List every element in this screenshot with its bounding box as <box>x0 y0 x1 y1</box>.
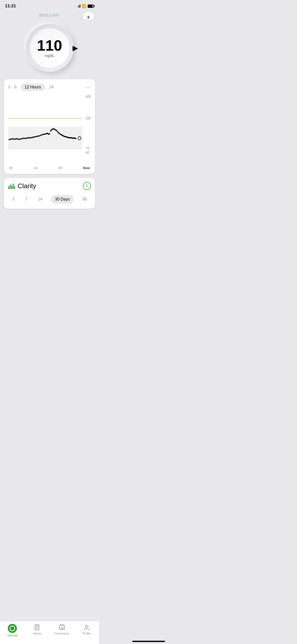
svg-point-26 <box>37 136 38 137</box>
x-label-00: 00 <box>9 166 13 170</box>
svg-point-51 <box>63 135 63 136</box>
clarity-card: Clarity i 3 7 14 30 Days 90 <box>4 178 95 209</box>
svg-point-40 <box>52 129 53 130</box>
svg-point-13 <box>21 138 22 139</box>
svg-point-53 <box>65 136 65 137</box>
glucose-circle-outer: 110 mg/dL ▶ <box>26 24 74 72</box>
svg-point-38 <box>50 131 51 131</box>
svg-point-29 <box>41 135 41 136</box>
svg-point-50 <box>62 135 62 136</box>
glucose-circle-inner: 110 mg/dL <box>29 28 70 68</box>
svg-point-30 <box>42 134 43 135</box>
glucose-container: 110 mg/dL ▶ <box>0 19 99 79</box>
svg-point-52 <box>64 136 64 137</box>
day-option-7[interactable]: 7 <box>23 196 29 203</box>
svg-point-46 <box>58 132 59 133</box>
clarity-bars-icon <box>8 183 15 189</box>
battery-fill <box>88 5 92 7</box>
clarity-title: Clarity <box>18 182 36 190</box>
svg-point-63 <box>75 138 75 139</box>
signal-bar-2 <box>77 6 78 8</box>
day-option-14[interactable]: 14 <box>36 196 44 203</box>
svg-point-43 <box>55 130 56 130</box>
svg-point-14 <box>22 138 23 139</box>
svg-point-12 <box>20 139 21 139</box>
clarity-days-selector: 3 7 14 30 Days 90 <box>8 194 91 205</box>
time-option-3[interactable]: 3 <box>8 85 10 89</box>
bar-5 <box>14 186 15 189</box>
svg-point-37 <box>49 134 50 134</box>
svg-point-35 <box>47 133 48 134</box>
day-option-3[interactable]: 3 <box>10 196 16 203</box>
signal-bar-1 <box>76 7 77 8</box>
svg-point-41 <box>53 128 54 129</box>
svg-point-4 <box>10 139 11 140</box>
signal-icon <box>76 5 80 8</box>
svg-point-31 <box>43 134 44 135</box>
bar-2 <box>10 184 11 189</box>
chart-x-axis: 00 04 08 Now <box>8 165 91 170</box>
svg-point-32 <box>44 134 45 135</box>
glucose-chart: -400 -250 -70 -40 <box>8 94 91 165</box>
svg-point-55 <box>67 137 68 138</box>
svg-point-27 <box>38 136 39 136</box>
svg-point-44 <box>56 130 57 131</box>
svg-point-19 <box>28 137 29 138</box>
svg-point-22 <box>32 137 33 138</box>
time-option-12[interactable]: 12 Hours <box>21 83 45 91</box>
svg-point-21 <box>31 137 31 138</box>
svg-point-58 <box>70 138 70 138</box>
svg-text:-70: -70 <box>85 146 89 150</box>
svg-point-24 <box>35 137 35 137</box>
svg-text:-250: -250 <box>85 116 91 120</box>
svg-point-60 <box>72 138 72 138</box>
svg-point-39 <box>51 130 52 130</box>
dexcom-logo: DEXCOM <box>39 13 60 18</box>
glucose-value: 110 <box>37 38 62 53</box>
svg-point-28 <box>39 135 40 136</box>
x-label-04: 04 <box>34 166 37 170</box>
bar-3 <box>11 185 12 189</box>
svg-point-6 <box>13 138 13 139</box>
svg-text:-400: -400 <box>85 94 91 99</box>
bar-1 <box>8 186 9 189</box>
svg-point-16 <box>25 138 25 139</box>
svg-point-47 <box>59 133 60 134</box>
time-option-24[interactable]: 24 <box>49 85 54 89</box>
status-bar: 11:21 📶 <box>0 0 99 11</box>
status-time: 11:21 <box>5 4 16 9</box>
svg-point-10 <box>17 139 18 139</box>
glucose-unit: mg/dL <box>45 54 54 58</box>
svg-point-25 <box>36 136 37 137</box>
svg-point-57 <box>69 137 69 138</box>
x-label-08: 08 <box>58 166 62 170</box>
clarity-info-button[interactable]: i <box>83 182 91 190</box>
clarity-title-group: Clarity <box>8 182 36 190</box>
svg-point-7 <box>14 139 15 140</box>
chart-area: -400 -250 -70 -40 <box>8 94 91 165</box>
time-option-6[interactable]: 6 <box>14 85 17 89</box>
svg-point-56 <box>68 137 69 138</box>
svg-point-36 <box>48 134 49 135</box>
glucose-trend-arrow: ▶ <box>73 44 78 52</box>
svg-point-54 <box>66 137 67 137</box>
chart-more-button[interactable]: ··· <box>85 84 91 90</box>
day-option-30[interactable]: 30 Days <box>51 195 74 204</box>
clarity-header: Clarity i <box>8 182 91 190</box>
svg-point-15 <box>23 138 24 139</box>
svg-point-18 <box>27 138 28 138</box>
chart-card: 3 6 12 Hours 24 ··· <box>4 79 95 174</box>
battery-icon <box>88 5 94 8</box>
svg-point-20 <box>30 138 30 138</box>
signal-bar-3 <box>78 6 79 8</box>
svg-point-59 <box>71 137 71 138</box>
day-option-90[interactable]: 90 <box>80 196 89 203</box>
svg-text:-40: -40 <box>85 150 89 154</box>
svg-point-5 <box>11 139 12 139</box>
chart-time-selector: 3 6 12 Hours 24 ··· <box>8 83 91 91</box>
svg-point-11 <box>19 139 19 140</box>
bar-4 <box>13 183 14 189</box>
svg-point-61 <box>73 138 73 139</box>
svg-point-17 <box>26 138 27 139</box>
svg-point-49 <box>61 134 61 135</box>
